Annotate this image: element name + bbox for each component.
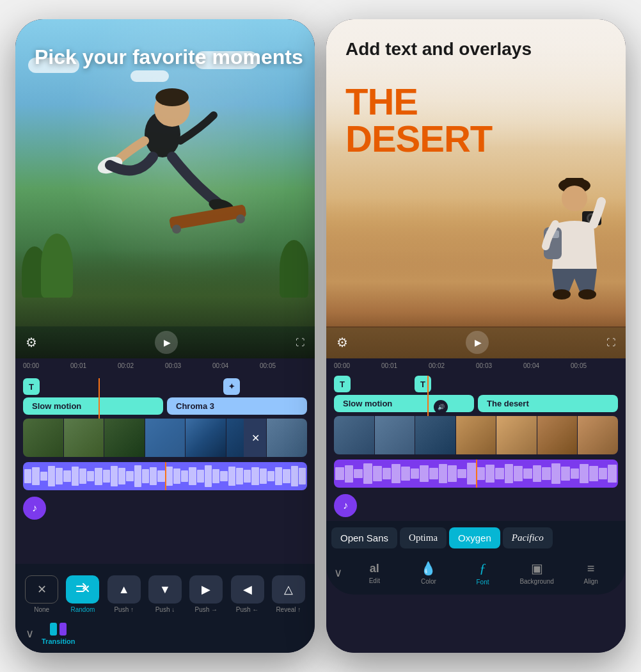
clips-row-left: Slow motion Chroma 3 xyxy=(15,397,315,415)
svg-point-7 xyxy=(236,214,245,223)
text-chip-icon-1[interactable]: T xyxy=(334,376,351,392)
music-section-right: ♪ xyxy=(334,494,618,517)
bottom-toolbar-left: ✕ None Random xyxy=(15,564,315,653)
text-chip-icon-2[interactable]: T xyxy=(415,376,431,392)
tick-0: 00:00 xyxy=(23,362,70,369)
playhead-left xyxy=(99,378,100,419)
slow-motion-chip[interactable]: Slow motion xyxy=(23,397,163,415)
font-oxygen[interactable]: Oxygen xyxy=(449,527,500,548)
tab-color[interactable]: 💧 Color xyxy=(402,561,456,585)
slow-motion-chip-right[interactable]: Slow motion xyxy=(334,395,474,412)
bottom-tabs-right: ∨ aI Edit 💧 Color ƒ Font ▣ Background ≡ … xyxy=(326,555,626,595)
text-chips-left: T ✦ xyxy=(15,376,315,400)
clips-row-right: Slow motion The desert 🔊 xyxy=(326,395,626,412)
text-icon-green[interactable]: T xyxy=(23,378,40,395)
volume-icon: 🔊 xyxy=(434,400,448,414)
left-video-preview: Pick your favorite moments ⚙ ▶ ⛶ xyxy=(15,19,315,358)
filmstrip-right xyxy=(334,416,618,454)
play-button-right[interactable]: ▶ xyxy=(466,331,489,354)
magic-icon[interactable]: ✦ xyxy=(223,378,240,395)
font-optima[interactable]: Optima xyxy=(400,527,447,548)
tab-font[interactable]: ƒ Font xyxy=(455,560,510,586)
transition-options: ✕ None Random xyxy=(15,570,315,618)
music-section-left: ♪ xyxy=(23,497,307,520)
svg-point-18 xyxy=(553,289,571,300)
video-controls-left: ⚙ ▶ ⛶ xyxy=(15,326,315,358)
font-pacifico[interactable]: Pacifico xyxy=(503,527,553,548)
chip-icons-right: T T xyxy=(326,376,626,392)
ruler-right: 00:00 00:01 00:02 00:03 00:04 00:05 xyxy=(326,358,626,373)
transition-reveal[interactable]: △ Reveal ↑ xyxy=(270,575,307,613)
transition-tab-icon xyxy=(49,622,67,636)
right-phone: THE DESERT xyxy=(326,19,626,653)
tab-align[interactable]: ≡ Align xyxy=(564,561,618,585)
music-chip-right[interactable]: ♪ xyxy=(334,494,357,517)
waveform-left xyxy=(23,462,307,490)
fullscreen-icon-right[interactable]: ⛶ xyxy=(606,337,615,348)
timeline-right: 00:00 00:01 00:02 00:03 00:04 00:05 T T … xyxy=(326,358,626,653)
filmstrip-left: ✕ xyxy=(23,419,307,457)
waveform-right xyxy=(334,460,618,488)
svg-rect-8 xyxy=(50,623,57,636)
tick-3: 00:03 xyxy=(165,362,212,369)
chevron-down-icon-right[interactable]: ∨ xyxy=(334,566,342,580)
settings-icon-right[interactable]: ⚙ xyxy=(336,335,348,350)
font-selector: Open Sans Optima Oxygen Pacifico xyxy=(326,521,626,555)
svg-point-6 xyxy=(172,225,181,234)
transition-random[interactable]: Random xyxy=(64,575,101,613)
svg-point-19 xyxy=(578,289,596,300)
transition-push-left[interactable]: ◀ Push ← xyxy=(228,575,265,613)
tick-2: 00:02 xyxy=(118,362,165,369)
fullscreen-icon-left[interactable]: ⛶ xyxy=(296,337,305,348)
tick-4: 00:04 xyxy=(212,362,260,369)
left-phone-title: Pick your favorite moments xyxy=(35,45,303,69)
chevron-down-icon-left[interactable]: ∨ xyxy=(26,627,34,641)
active-tab-transition: Transition xyxy=(42,622,75,645)
tab-edit[interactable]: aI Edit xyxy=(347,562,402,584)
ruler-left: 00:00 00:01 00:02 00:03 00:04 00:05 xyxy=(15,358,315,373)
bottom-tab-row-left: ∨ Transition xyxy=(15,618,315,649)
tab-background[interactable]: ▣ Background xyxy=(510,561,564,585)
svg-point-2 xyxy=(155,88,189,106)
tick-1: 00:01 xyxy=(70,362,118,369)
transition-push-down[interactable]: ▼ Push ↓ xyxy=(146,575,184,613)
svg-rect-5 xyxy=(169,204,247,230)
left-phone: Pick your favorite moments ⚙ ▶ ⛶ 00:00 0… xyxy=(15,19,315,653)
right-video-preview: THE DESERT xyxy=(326,19,626,358)
svg-rect-9 xyxy=(59,623,67,636)
transition-frame xyxy=(145,419,186,457)
desert-chip[interactable]: The desert xyxy=(478,395,618,412)
playhead-right xyxy=(427,376,429,416)
transition-push-up[interactable]: ▲ Push ↑ xyxy=(106,575,143,613)
desert-overlay-text: THE DESERT xyxy=(345,83,492,157)
playhead-waveform-right xyxy=(476,460,477,488)
chroma-chip[interactable]: Chroma 3 xyxy=(167,397,307,415)
tick-5: 00:05 xyxy=(260,362,307,369)
transition-none[interactable]: ✕ None xyxy=(23,575,60,613)
transition-push-right[interactable]: ▶ Push → xyxy=(187,575,225,613)
photographer-figure xyxy=(530,166,606,307)
svg-point-12 xyxy=(562,186,587,211)
settings-icon-left[interactable]: ⚙ xyxy=(26,335,37,350)
timeline-left: 00:00 00:01 00:02 00:03 00:04 00:05 T ✦ xyxy=(15,358,315,653)
font-open-sans[interactable]: Open Sans xyxy=(331,527,397,548)
right-phone-title: Add text and overlays xyxy=(345,38,532,60)
playhead-waveform-left xyxy=(165,462,166,490)
video-controls-right: ⚙ ▶ ⛶ xyxy=(326,326,626,358)
play-button-left[interactable]: ▶ xyxy=(155,331,178,354)
music-chip-left[interactable]: ♪ xyxy=(23,497,46,520)
transition-icon: ✕ xyxy=(251,432,260,444)
